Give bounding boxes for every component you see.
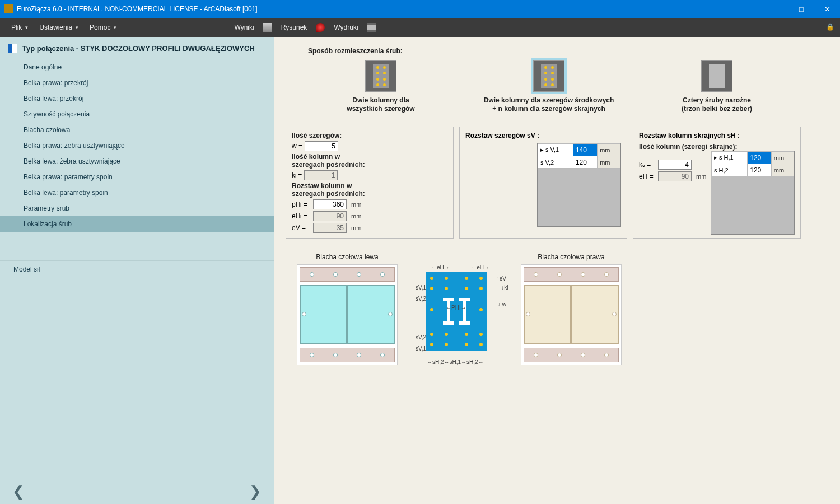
sidebar-item[interactable]: Dane ogólne bbox=[0, 59, 274, 75]
option-four-corner[interactable]: Cztery śruby narożne(trzon belki bez żeb… bbox=[644, 60, 790, 113]
panel-row-params: Ilość szeregów: w = Ilość kolumn w szere… bbox=[286, 127, 454, 239]
plate-schematic: ←eH→←eH→ ↑eV ↕ w sV,1 sV,2 sV,2 sV,1 ↓kI… bbox=[414, 253, 504, 365]
sidebar: Typ połączenia - STYK DOCZOŁOWY PROFILI … bbox=[0, 37, 274, 504]
sidebar-model[interactable]: Model sił bbox=[0, 260, 274, 277]
sidebar-item[interactable]: Belka prawa: parametry spoin bbox=[0, 169, 274, 185]
input-eH bbox=[658, 171, 692, 181]
window-title: EuroZłącza 6.0 - INTERNAL, NON-COMMERCIA… bbox=[17, 5, 763, 13]
input-pHi[interactable] bbox=[313, 199, 347, 209]
toolbar-rysunek[interactable]: Rysunek bbox=[276, 18, 313, 37]
menu-ustawienia[interactable]: Ustawienia▾ bbox=[34, 18, 84, 37]
input-ko[interactable] bbox=[658, 160, 692, 170]
nav-next-icon[interactable]: ❯ bbox=[249, 483, 262, 500]
minimize-button[interactable]: – bbox=[763, 0, 788, 18]
grid-sh[interactable]: ▸ s H,1120mm s H,2120mm bbox=[711, 151, 795, 235]
input-ki bbox=[304, 170, 338, 180]
menu-plik[interactable]: Plik▾ bbox=[6, 18, 34, 37]
sidebar-item[interactable]: Sztywność połączenia bbox=[0, 106, 274, 122]
sidebar-footer: ❮ ❯ bbox=[0, 478, 274, 504]
close-button[interactable]: ✕ bbox=[814, 0, 840, 18]
print-icon[interactable] bbox=[367, 23, 376, 32]
connection-type-icon bbox=[8, 44, 17, 53]
plate-left bbox=[297, 264, 398, 365]
panel-sh: Rozstaw kolumn skrajnych sH : Ilość kolu… bbox=[633, 127, 801, 239]
sidebar-item[interactable]: Belka lewa: przekrój bbox=[0, 91, 274, 106]
sidebar-item-selected[interactable]: Lokalizacja śrub bbox=[0, 216, 274, 232]
sidebar-item[interactable]: Blacha czołowa bbox=[0, 122, 274, 138]
maximize-button[interactable]: □ bbox=[788, 0, 814, 18]
option-two-columns-all[interactable]: Dwie kolumny dlawszystkich szeregów bbox=[308, 60, 454, 113]
input-w[interactable] bbox=[305, 141, 338, 151]
nav-prev-icon[interactable]: ❮ bbox=[12, 483, 25, 500]
option-two-plus-n[interactable]: Dwie kolumny dla szeregów środkowych+ n … bbox=[476, 60, 622, 113]
plate-right-group: Blacha czołowa prawa bbox=[521, 253, 622, 365]
panel-sv: Rozstaw szeregów sV : ▸ s V,1140mm s V,2… bbox=[459, 127, 627, 239]
input-eV bbox=[313, 223, 347, 233]
titlebar: EuroZłącza 6.0 - INTERNAL, NON-COMMERCIA… bbox=[0, 0, 840, 18]
options-heading: Sposób rozmieszczenia śrub: bbox=[308, 47, 830, 55]
plate-right bbox=[521, 264, 622, 365]
plate-left-group: Blacha czołowa lewa bbox=[297, 253, 398, 365]
input-eHi bbox=[313, 211, 347, 221]
sidebar-item[interactable]: Belka lewa: żebra usztywniające bbox=[0, 153, 274, 169]
lock-icon: 🔒 bbox=[826, 23, 834, 31]
app-icon bbox=[4, 4, 13, 13]
toolbar-wyniki[interactable]: Wyniki bbox=[228, 18, 259, 37]
sidebar-list: Dane ogólne Belka prawa: przekrój Belka … bbox=[0, 59, 274, 260]
grid-sv[interactable]: ▸ s V,1140mm s V,2120mm bbox=[537, 143, 621, 227]
results-icon[interactable] bbox=[263, 23, 272, 32]
menu-pomoc[interactable]: Pomoc▾ bbox=[84, 18, 122, 37]
sidebar-item[interactable]: Parametry śrub bbox=[0, 200, 274, 216]
sidebar-item[interactable]: Belka prawa: żebra usztywniające bbox=[0, 138, 274, 153]
drawing-icon[interactable] bbox=[316, 23, 325, 32]
sidebar-item[interactable]: Belka lewa: parametry spoin bbox=[0, 185, 274, 200]
main-panel: Sposób rozmieszczenia śrub: Dwie kolumny… bbox=[274, 37, 840, 504]
menubar: Plik▾ Ustawienia▾ Pomoc▾ Wyniki Rysunek … bbox=[0, 18, 840, 37]
sidebar-header[interactable]: Typ połączenia - STYK DOCZOŁOWY PROFILI … bbox=[0, 37, 274, 59]
sidebar-item[interactable]: Belka prawa: przekrój bbox=[0, 75, 274, 91]
toolbar-wydruki[interactable]: Wydruki bbox=[328, 18, 363, 37]
